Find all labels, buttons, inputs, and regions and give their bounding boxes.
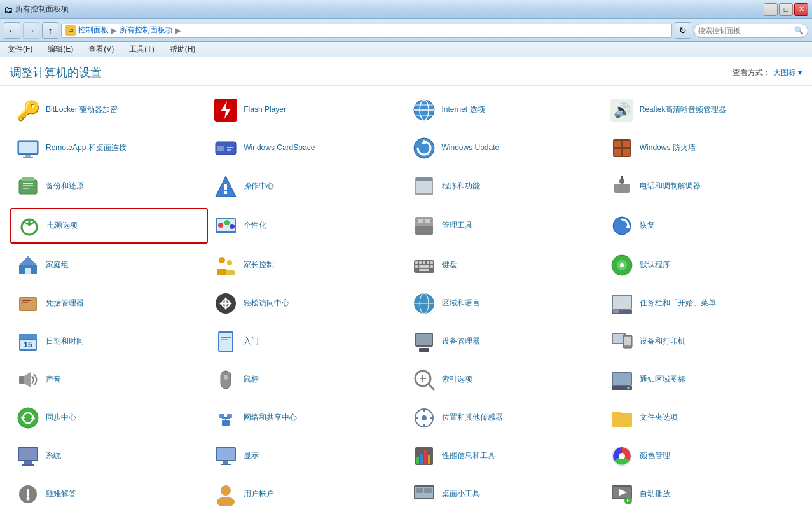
svg-rect-46 xyxy=(415,225,433,235)
title-bar-title: 所有控制面板项 xyxy=(15,4,69,15)
search-icon[interactable]: 🔍 xyxy=(794,26,804,35)
personalize-label: 个性化 xyxy=(244,221,266,231)
menu-file[interactable]: 文件(F) xyxy=(5,43,35,56)
icon-item-region[interactable]: 区域和语言 xyxy=(406,287,604,320)
icon-item-perfinfo[interactable]: 性能信息和工具 xyxy=(406,440,604,473)
icon-item-color[interactable]: 颜色管理 xyxy=(604,440,802,473)
taskbar-icon xyxy=(609,291,635,316)
svg-rect-90 xyxy=(219,333,232,351)
action-label: 操作中心 xyxy=(244,181,274,191)
color-label: 颜色管理 xyxy=(640,451,670,461)
icon-item-display[interactable]: 显示 xyxy=(208,440,406,473)
svg-rect-34 xyxy=(416,177,432,181)
icon-item-autoplay[interactable]: 自动播放 xyxy=(604,478,802,507)
view-label: 查看方式： xyxy=(733,67,771,78)
icon-item-personalize[interactable]: 个性化 xyxy=(208,208,406,244)
svg-rect-15 xyxy=(227,147,233,148)
path-segment-1[interactable]: 控制面板 xyxy=(78,25,109,36)
icon-item-sound[interactable]: 声音 xyxy=(10,363,208,396)
svg-rect-53 xyxy=(25,268,31,274)
svg-rect-100 xyxy=(19,376,24,384)
icon-item-devmgr[interactable]: 设备管理器 xyxy=(406,325,604,358)
svg-rect-26 xyxy=(23,183,33,184)
indexing-label: 索引选项 xyxy=(442,375,472,385)
svg-rect-24 xyxy=(19,180,37,194)
sound-icon xyxy=(15,367,41,392)
troubleshoot-label: 疑难解答 xyxy=(46,489,76,499)
back-button[interactable]: ← xyxy=(4,22,20,39)
menu-help[interactable]: 帮助(H) xyxy=(167,43,198,56)
icon-item-remoteapp[interactable]: RemoteApp 和桌面连接 xyxy=(10,132,208,165)
icon-item-modem[interactable]: 电话和调制解调器 xyxy=(604,170,802,203)
icon-item-action[interactable]: 操作中心 xyxy=(208,170,406,203)
icon-item-folder[interactable]: 文件夹选项 xyxy=(604,401,802,434)
content-header: 调整计算机的设置 查看方式： 大图标 ▾ xyxy=(0,57,812,86)
icon-item-flash[interactable]: Flash Player xyxy=(208,94,406,127)
icon-item-system[interactable]: 系统 xyxy=(10,440,208,473)
icon-item-location[interactable]: 位置和其他传感器 xyxy=(406,401,604,434)
menu-view[interactable]: 查看(V) xyxy=(86,43,116,56)
icon-item-backup[interactable]: 备份和还原 xyxy=(10,170,208,203)
icon-item-mouse[interactable]: 鼠标 xyxy=(208,363,406,396)
icon-item-programs[interactable]: 程序和功能 xyxy=(406,170,604,203)
menu-tools[interactable]: 工具(T) xyxy=(127,43,156,56)
svg-rect-48 xyxy=(418,219,423,223)
search-input[interactable] xyxy=(698,27,794,34)
icon-item-gadgets[interactable]: 桌面小工具 xyxy=(406,478,604,507)
notifyicons-icon xyxy=(609,367,635,392)
icon-item-keyboard[interactable]: 键盘 xyxy=(406,249,604,282)
svg-marker-54 xyxy=(19,256,37,265)
icon-item-network[interactable]: 网络和共享中心 xyxy=(208,401,406,434)
path-segment-2[interactable]: 所有控制面板项 xyxy=(120,25,173,36)
icon-item-devices[interactable]: 设备和打印机 xyxy=(604,325,802,358)
icon-item-useraccount[interactable]: 用户帐户 xyxy=(208,478,406,507)
svg-rect-12 xyxy=(23,157,33,158)
icon-item-easycenter[interactable]: 轻松访问中心 xyxy=(208,287,406,320)
address-path[interactable]: 🗂 控制面板 ▶ 所有控制面板项 ▶ xyxy=(61,24,672,38)
icon-item-defaults[interactable]: 默认程序 xyxy=(604,249,802,282)
search-box[interactable]: 🔍 xyxy=(694,24,808,38)
up-button[interactable]: ↑ xyxy=(42,22,58,39)
icon-item-mgmttools[interactable]: 管理工具 xyxy=(406,208,604,244)
icon-item-winupdate[interactable]: Windows Update xyxy=(406,132,604,165)
icon-item-taskbar[interactable]: 任务栏和「开始」菜单 xyxy=(604,287,802,320)
svg-rect-49 xyxy=(425,219,430,223)
icon-item-realtek[interactable]: 🔊Realtek高清晰音频管理器 xyxy=(604,94,802,127)
svg-rect-20 xyxy=(614,141,621,147)
svg-rect-25 xyxy=(22,177,34,181)
forward-button[interactable]: → xyxy=(23,22,39,39)
title-bar: 🗂 所有控制面板项 ─ □ ✕ xyxy=(0,0,812,19)
power-icon xyxy=(17,213,42,239)
easycenter-icon xyxy=(213,291,238,316)
icon-item-bitlocker[interactable]: 🔑BitLocker 驱动器加密 xyxy=(10,94,208,127)
close-button[interactable]: ✕ xyxy=(794,3,808,16)
icon-item-internet[interactable]: Internet 选项 xyxy=(406,94,604,127)
cardspace-label: Windows CardSpace xyxy=(244,143,315,153)
svg-rect-68 xyxy=(419,269,429,271)
icon-item-troubleshoot[interactable]: 疑难解答 xyxy=(10,478,208,507)
refresh-button[interactable]: ↻ xyxy=(675,22,691,39)
svg-point-71 xyxy=(620,263,624,267)
icon-item-notifyicons[interactable]: 通知区域图标 xyxy=(604,363,802,396)
icon-item-credential[interactable]: 凭据管理器 xyxy=(10,287,208,320)
icon-item-indexing[interactable]: 索引选项 xyxy=(406,363,604,396)
icon-item-cardspace[interactable]: Windows CardSpace xyxy=(208,132,406,165)
svg-point-37 xyxy=(619,179,624,184)
view-mode-selector[interactable]: 大图标 ▾ xyxy=(773,67,802,78)
icon-item-firewall[interactable]: Windows 防火墙 xyxy=(604,132,802,165)
icon-item-recovery[interactable]: 恢复 xyxy=(604,208,802,244)
mgmttools-icon xyxy=(411,213,437,239)
svg-rect-84 xyxy=(613,310,619,313)
svg-rect-139 xyxy=(428,455,430,464)
icon-item-synccenter[interactable]: 同步中心 xyxy=(10,401,208,434)
maximize-button[interactable]: □ xyxy=(779,3,793,16)
icon-item-datetime[interactable]: 15日期和时间 xyxy=(10,325,208,358)
icon-item-parental[interactable]: 家长控制 xyxy=(208,249,406,282)
minimize-button[interactable]: ─ xyxy=(764,3,778,16)
display-label: 显示 xyxy=(244,451,259,461)
icon-item-getstarted[interactable]: 入门 xyxy=(208,325,406,358)
mouse-icon xyxy=(213,367,238,392)
icon-item-homegroup[interactable]: 家庭组 xyxy=(10,249,208,282)
icon-item-power[interactable]: 电源选项 xyxy=(10,208,208,244)
menu-edit[interactable]: 编辑(E) xyxy=(45,43,76,56)
